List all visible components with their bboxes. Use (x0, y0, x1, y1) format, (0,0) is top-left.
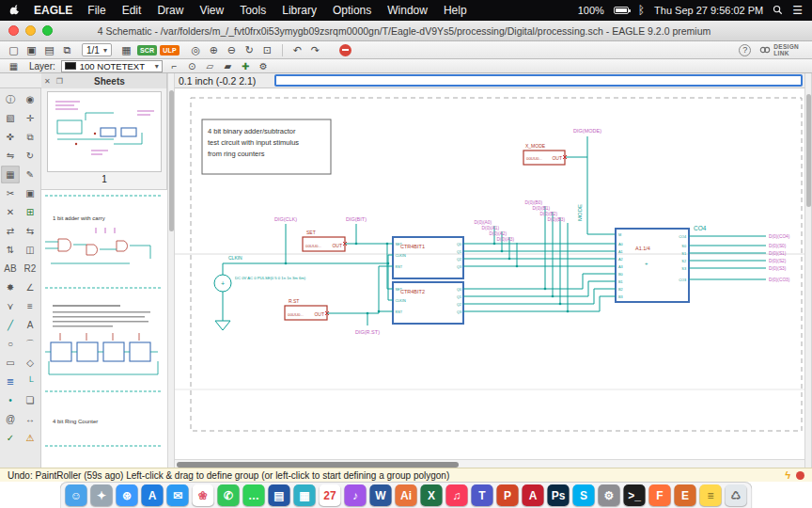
replace-tool[interactable]: ⇆ (21, 222, 39, 240)
zoom-out-button[interactable]: ⊖ (224, 43, 240, 57)
dock-system-preferences[interactable]: ⚙ (599, 484, 620, 506)
mark-tool[interactable]: ✛ (21, 109, 39, 127)
notification-center-icon[interactable]: ☰ (792, 5, 803, 16)
grid-button[interactable]: ▦ (6, 60, 22, 71)
add-sheet-button[interactable]: ✚ (238, 60, 254, 71)
dock-launchpad[interactable]: ✦ (91, 484, 113, 506)
autorouter-bolt-icon[interactable]: ϟ (785, 469, 790, 481)
spotlight-icon[interactable] (773, 5, 783, 17)
bus-tool[interactable]: ≣ (1, 373, 20, 390)
paste-sheet-button[interactable]: ▰ (220, 60, 236, 71)
dock-skype[interactable]: S (573, 484, 595, 506)
paste-tool[interactable]: ▣ (21, 184, 39, 202)
dock-messages[interactable]: … (243, 484, 265, 506)
help-button[interactable]: ? (739, 44, 751, 56)
dock-excel[interactable]: X (421, 484, 443, 506)
menu-edit[interactable]: Edit (122, 4, 142, 17)
zoom-select-button[interactable]: ⊡ (259, 43, 275, 57)
settings-button[interactable]: ⚙ (256, 60, 272, 71)
menu-file[interactable]: File (87, 4, 105, 17)
canvas-hscrollbar[interactable] (175, 459, 804, 468)
net-tool[interactable]: └ (21, 373, 39, 390)
ic-ctr4bit2[interactable]: CTR4BIT2 SET CLKIN RST Q0 Q1 Q2 Q3 (393, 282, 463, 324)
text-tool[interactable]: A (21, 316, 39, 334)
sheet-selector[interactable]: 1/1 ▾ (82, 43, 112, 56)
errors-tool[interactable]: ⚠ (21, 429, 39, 447)
minimize-window-button[interactable] (25, 25, 36, 36)
menu-library[interactable]: Library (282, 4, 317, 17)
move-tool[interactable]: ✜ (1, 128, 20, 146)
dock-photoshop[interactable]: Ps (548, 484, 570, 506)
close-panel-icon[interactable]: ✕ (41, 77, 54, 86)
dock-illustrator[interactable]: Ai (396, 484, 417, 506)
dock-word[interactable]: W (370, 484, 392, 506)
note-box[interactable]: 4 bit binary adder/subtractor test circu… (202, 119, 331, 174)
miter-tool[interactable]: ∠ (21, 278, 39, 296)
mirror-tool[interactable]: ⇋ (1, 147, 20, 165)
switch-to-board-button[interactable]: ⧉ (59, 43, 75, 57)
copy-tool[interactable]: ⧉ (21, 128, 39, 146)
copy-sheet-button[interactable]: ▱ (202, 60, 218, 71)
dock-books[interactable]: ▤ (269, 484, 290, 506)
b-bus-nets[interactable]: D(0)(B0) D(0)(B1) D(0)(B2) D(0)(B3) (463, 200, 616, 312)
dock-safari[interactable]: ⊛ (117, 484, 138, 506)
a-bus-nets[interactable]: D(0)(A0) D(0)(A1) D(0)(A2) D(0)(A3) (463, 220, 616, 267)
dock-app-store[interactable]: A (142, 484, 164, 506)
ic-ctr4bit1[interactable]: CTR4BIT1 SET CLKIN RST Q0 Q1 Q2 Q3 (393, 237, 463, 278)
dock-teams[interactable]: T (472, 484, 493, 506)
polygon-tool[interactable]: ◇ (21, 354, 39, 372)
value-tool[interactable]: R2 (21, 260, 39, 278)
split-tool[interactable]: ⋎ (1, 297, 20, 315)
smash-tool[interactable]: ✸ (1, 278, 20, 296)
rotate-tool[interactable]: ↻ (21, 147, 39, 165)
dock-photos[interactable]: ❀ (193, 484, 214, 506)
zoom-redraw-button[interactable]: ↻ (242, 43, 258, 57)
canvas-vscrollbar-thumb[interactable] (806, 94, 811, 207)
zoom-window-button[interactable] (42, 25, 53, 36)
status-error-icon[interactable] (796, 471, 804, 480)
bend-style-button[interactable]: ⌐ (166, 60, 182, 71)
dimension-tool[interactable]: ↔ (21, 410, 39, 428)
menu-view[interactable]: View (199, 4, 224, 17)
redo-button[interactable]: ↷ (307, 43, 323, 57)
dock-ereader[interactable]: E (675, 484, 696, 506)
zoom-grid-button[interactable]: ⊙ (184, 60, 200, 71)
apple-menu-icon[interactable] (9, 4, 23, 17)
delete-tool[interactable]: ✕ (1, 203, 20, 221)
dock-notes[interactable]: ≡ (700, 484, 722, 506)
pinswap-tool[interactable]: ⇄ (1, 222, 20, 240)
info-tool[interactable]: ⓘ (1, 90, 20, 108)
display-tool[interactable]: ▧ (1, 109, 20, 127)
command-input[interactable] (274, 74, 803, 87)
canvas-hscrollbar-thumb[interactable] (177, 462, 459, 468)
stop-button[interactable] (339, 44, 351, 56)
dock-calendar[interactable]: 27 (320, 484, 341, 506)
output-nets[interactable]: CO4 D(0)(CO4) D(0)(S0) D(0)(S1) D(0)(S2)… (689, 225, 790, 282)
lock-tool[interactable]: ◫ (21, 241, 39, 259)
zoom-fit-button[interactable]: ◎ (188, 43, 204, 57)
menu-window[interactable]: Window (387, 4, 428, 17)
gateswap-tool[interactable]: ⇅ (1, 241, 20, 259)
menu-bar-clock[interactable]: Thu Sep 27 9:56:02 PM (654, 5, 763, 16)
detach-panel-icon[interactable]: ❐ (54, 77, 66, 86)
change-tool[interactable]: ✎ (21, 166, 39, 183)
schematic-canvas[interactable]: 4 bit binary adder/subtractor test circu… (175, 88, 804, 468)
ic-alu[interactable]: A1.1/4 + M A0 A1 A2 A3 B0 B1 B2 B3 CO4 S… (616, 229, 689, 302)
scr-button[interactable]: SCR (137, 45, 157, 56)
panel-scrollbar[interactable] (167, 73, 175, 468)
print-button[interactable]: ▤ (41, 43, 57, 57)
sheet-thumbnail[interactable] (47, 91, 162, 172)
dock-mail[interactable]: ✉ (167, 484, 189, 506)
attribute-tool[interactable]: @ (1, 410, 20, 428)
dock-firefox[interactable]: F (649, 484, 671, 506)
open-file-button[interactable]: ▢ (6, 43, 22, 57)
design-link-button[interactable]: DESIGN LINK (759, 43, 799, 56)
arc-tool[interactable]: ⌒ (21, 335, 39, 353)
name-tool[interactable]: AB (1, 260, 20, 278)
add-part-tool[interactable]: ⊞ (21, 203, 39, 221)
cut-tool[interactable]: ✂ (1, 184, 20, 202)
close-window-button[interactable] (8, 25, 19, 36)
sheet-preview-pane[interactable]: 1 bit adder with carry 4 bit Ring Counte… (41, 189, 167, 468)
zoom-in-button[interactable]: ⊕ (206, 43, 222, 57)
erc-tool[interactable]: ✓ (1, 429, 20, 447)
